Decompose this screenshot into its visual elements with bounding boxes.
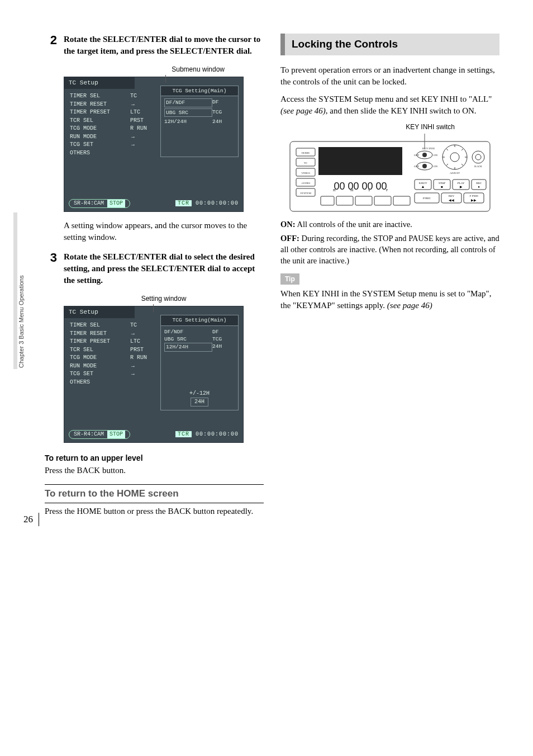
svg-text:F FWD: F FWD xyxy=(469,195,478,197)
tc-setup-screen-2: TC Setup TIMER SEL TIMER RESET TIMER PRE… xyxy=(64,306,244,443)
step-text: Rotate the SELECT/ENTER dial to select t… xyxy=(64,252,255,285)
submenu-title: TCG Setting(Main) xyxy=(161,315,238,325)
tip-badge: Tip xyxy=(280,273,299,285)
submenu-title: TCG Setting(Main) xyxy=(161,86,238,96)
setting-panel: TCG Setting(Main) DF/NDFDF UBG SRCTCG 12… xyxy=(160,315,239,410)
svg-text:OFF: OFF xyxy=(414,165,419,168)
svg-text:TC: TC xyxy=(304,162,308,164)
screen-item-values: TC → LTC PRST R RUN → → xyxy=(130,322,156,410)
svg-text:ADJUST: ADJUST xyxy=(450,172,460,174)
text-return-upper: Press the BACK button. xyxy=(45,465,264,476)
svg-point-28 xyxy=(422,164,427,168)
figure-caption: Submenu window xyxy=(64,65,264,74)
submenu-panel: TCG Setting(Main) DF/NDFDF UBG SRCTCG 12… xyxy=(160,86,239,157)
svg-text:AUDIO: AUDIO xyxy=(301,182,310,185)
svg-text:HOME: HOME xyxy=(302,152,310,154)
svg-text:ON: ON xyxy=(434,154,438,157)
svg-text:VIDEO: VIDEO xyxy=(301,172,310,174)
chapter-side-tab: Chapter 3 Basic Menu Operations xyxy=(13,212,27,369)
step-2: 2 Rotate the SELECT/ENTER dial to move t… xyxy=(45,34,264,57)
svg-text:00 00 00 00: 00 00 00 00 xyxy=(334,181,387,192)
setting-window-figure: Setting window TC Setup TIMER SEL TIMER … xyxy=(64,294,264,442)
heading-return-home: To return to the HOME screen xyxy=(45,487,264,500)
section-accent xyxy=(280,34,285,55)
screen-title: TC Setup xyxy=(64,306,135,318)
step2-after-text: A setting window appears, and the cursor… xyxy=(64,220,264,243)
screen-item-names: TIMER SEL TIMER RESET TIMER PRESET TCR S… xyxy=(70,92,126,157)
svg-text:PLAY: PLAY xyxy=(458,182,465,185)
step-3: 3 Rotate the SELECT/ENTER dial to select… xyxy=(45,251,264,286)
section-title: Locking the Controls xyxy=(285,34,499,55)
svg-text:REV: REV xyxy=(449,195,454,197)
screen-title: TC Setup xyxy=(64,77,135,89)
svg-text:●: ● xyxy=(478,185,480,188)
step-number: 3 xyxy=(45,251,57,286)
svg-text:H: H xyxy=(333,188,336,192)
screen-device-status: SR-R4:CAM STOP xyxy=(69,199,130,208)
tip-text: When KEY INHI in the SYSTEM Setup menu i… xyxy=(280,288,499,311)
page-number: 26 xyxy=(23,513,39,526)
side-tab-label: Chapter 3 Basic Menu Operations xyxy=(17,212,27,369)
off-definition: OFF: During recording, the STOP and PAUS… xyxy=(280,233,499,267)
svg-text:ON: ON xyxy=(434,165,438,168)
text-return-home: Press the HOME button or press the BACK … xyxy=(45,505,264,517)
access-text: Access the SYSTEM Setup menu and set KEY… xyxy=(280,93,499,117)
step-text: Rotate the SELECT/ENTER dial to move the… xyxy=(64,35,260,55)
svg-rect-11 xyxy=(318,147,402,175)
screen-item-names: TIMER SEL TIMER RESET TIMER PRESET TCR S… xyxy=(70,322,126,410)
svg-text:BACK: BACK xyxy=(474,165,482,168)
svg-text:▶: ▶ xyxy=(460,185,463,188)
heading-return-home-rule: To return to the HOME screen xyxy=(45,484,264,503)
svg-text:M: M xyxy=(350,188,354,192)
submenu-window-figure: Submenu window TC Setup TIMER SEL TIMER … xyxy=(64,65,264,212)
section-header: Locking the Controls xyxy=(280,34,499,55)
side-tab-accent xyxy=(13,212,17,369)
step-number: 2 xyxy=(45,34,57,57)
svg-text:STOP: STOP xyxy=(439,182,445,185)
callout-pointer xyxy=(165,75,166,83)
svg-text:▲: ▲ xyxy=(421,185,425,189)
figure-caption: Setting window xyxy=(64,294,264,304)
tc-setup-screen-1: TC Setup TIMER SEL TIMER RESET TIMER PRE… xyxy=(64,77,244,212)
callout-pointer xyxy=(153,304,154,312)
svg-text:REC: REC xyxy=(476,182,482,185)
svg-text:◀◀: ◀◀ xyxy=(449,199,454,202)
heading-return-upper: To return to an upper level xyxy=(45,453,264,464)
svg-text:OFF: OFF xyxy=(414,154,419,157)
control-panel-illustration: HOME TC VIDEO AUDIO SYSTEM 00 00 00 00 H… xyxy=(289,134,491,212)
svg-text:S: S xyxy=(368,188,370,192)
svg-text:SYSTEM: SYSTEM xyxy=(300,192,311,195)
panel-caption: KEY INHI switch xyxy=(280,122,499,132)
setting-options: +/-12H 24H xyxy=(164,390,235,407)
svg-point-24 xyxy=(422,153,427,157)
svg-text:KEY INHI: KEY INHI xyxy=(422,147,435,150)
svg-text:P/REC: P/REC xyxy=(423,197,431,200)
on-definition: ON: All controls of the unit are inactiv… xyxy=(280,219,499,230)
screen-item-values: TC → LTC PRST R RUN → → xyxy=(130,92,156,157)
svg-text:■: ■ xyxy=(441,185,443,188)
intro-text: To prevent operation errors or an inadve… xyxy=(280,64,499,88)
screen-device-status: SR-R4:CAM STOP xyxy=(69,430,130,439)
svg-text:▶▶: ▶▶ xyxy=(471,199,477,202)
